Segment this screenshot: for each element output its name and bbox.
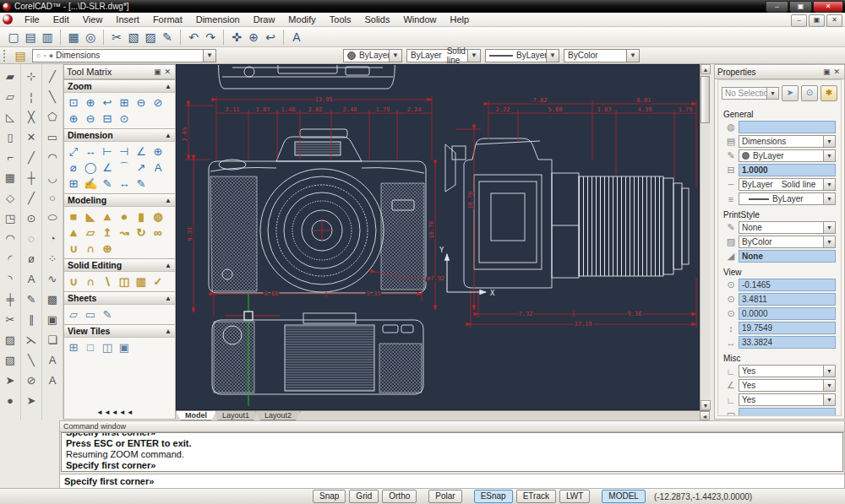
chevron-down-icon[interactable]: ▼	[823, 136, 835, 147]
command-input[interactable]: Specify first corner»	[60, 474, 844, 488]
collapse-icon[interactable]: ▲	[165, 197, 172, 204]
chevron-down-icon[interactable]: ▼	[203, 50, 215, 62]
dim-diameter-icon[interactable]: ⌀	[65, 160, 82, 176]
solid-extrude-icon[interactable]: ↥	[99, 225, 116, 241]
corner-arc-icon[interactable]: ◠	[1, 228, 19, 248]
panel-float-icon[interactable]: ▣	[821, 68, 832, 76]
layer-sheets-icon[interactable]: ▧	[1, 350, 19, 370]
scroll-up-icon[interactable]: ▲	[701, 64, 711, 74]
trim-scissors-icon[interactable]: ✂	[1, 309, 19, 329]
menu-solids[interactable]: Solids	[357, 14, 396, 25]
save-icon[interactable]: ▥	[39, 29, 56, 46]
point-segment-icon[interactable]: ¦	[22, 86, 41, 106]
open-file-icon[interactable]: ▤	[22, 29, 39, 46]
zoom-minus-icon[interactable]: ⊖	[82, 111, 99, 127]
solid-intersect-pair-icon[interactable]: ∩	[82, 241, 99, 257]
zoom-sheet-icon[interactable]: ⊟	[99, 111, 116, 127]
dim-edit-icon[interactable]: ✍	[82, 176, 99, 192]
toggle-etrack[interactable]: ETrack	[516, 490, 556, 503]
chevron-down-icon[interactable]: ▼	[823, 236, 835, 247]
solid-revolve-icon[interactable]: ↻	[133, 225, 150, 241]
view-name-field[interactable]	[739, 408, 836, 416]
menu-dimension[interactable]: Dimension	[189, 14, 247, 25]
dim-tolerance-icon[interactable]: ⊞	[65, 176, 82, 192]
solid-box-icon[interactable]: ■	[65, 209, 82, 225]
menu-format[interactable]: Format	[146, 14, 189, 25]
solid-torus-icon[interactable]: ◍	[150, 209, 166, 225]
offset-icon[interactable]: ⌐	[1, 147, 19, 167]
spline-icon[interactable]: ∿	[43, 268, 62, 289]
explode-icon[interactable]: ●	[1, 390, 19, 410]
dim-aligned-icon[interactable]: ⤢	[65, 144, 82, 160]
segment-icon[interactable]: ╲	[43, 86, 62, 106]
panel-overflow-arrows[interactable]: ◄◄◄◄◄	[96, 409, 134, 416]
close-button[interactable]: ✕	[813, 1, 843, 13]
chevron-down-icon[interactable]: ▼	[467, 50, 480, 62]
chevron-down-icon[interactable]: ▼	[823, 394, 835, 405]
line-color-combo-field[interactable]: ByLayer ▼	[739, 149, 836, 162]
section-zoom[interactable]: Zoom ▲	[64, 79, 175, 93]
move-reference-icon[interactable]: ◇	[1, 187, 19, 208]
toggle-ortho[interactable]: Ortho	[382, 490, 417, 503]
dim-angular-icon[interactable]: ∠	[99, 160, 116, 176]
menu-edit[interactable]: Edit	[46, 14, 76, 25]
hatch-icon[interactable]: ▩	[43, 289, 62, 309]
collapse-icon[interactable]: ▲	[165, 262, 172, 269]
circle-tangent-icon[interactable]: ø	[22, 248, 41, 268]
copy-entity-icon[interactable]: ▯	[1, 127, 19, 147]
text-simple-icon[interactable]: A	[43, 350, 62, 370]
text-format-icon[interactable]: A	[288, 29, 305, 46]
slice-icon[interactable]: ◫	[116, 274, 133, 290]
child-close-button[interactable]: ✕	[826, 14, 842, 27]
line-style-combo-field[interactable]: ByLayer Solid line ▼	[739, 178, 836, 191]
zoom-previous-icon[interactable]: ↩	[262, 29, 279, 46]
print-legend-field[interactable]: None	[739, 250, 836, 263]
sketch-icon[interactable]: ✎	[159, 29, 176, 46]
solid-union-pair-icon[interactable]: ∪	[65, 241, 82, 257]
section-icon[interactable]: ▥	[133, 274, 150, 290]
ucs-per-view-combo-field[interactable]: Yes ▼	[739, 393, 836, 406]
menu-view[interactable]: View	[76, 14, 110, 25]
zoom-back-icon[interactable]: ↩	[99, 95, 116, 111]
line-color-combo[interactable]: ByLayer ▼	[343, 49, 402, 62]
solid-sphere-icon[interactable]: ●	[116, 209, 133, 225]
rectangle-icon[interactable]: ▭	[43, 127, 62, 147]
text-insert-icon[interactable]: A	[22, 268, 41, 289]
child-minimize-button[interactable]: –	[791, 14, 807, 27]
circle-points-icon[interactable]: ◌	[22, 228, 41, 248]
tile-float-icon[interactable]: ▣	[116, 339, 133, 355]
undo-icon[interactable]: ↶	[185, 29, 202, 46]
solid-region-icon[interactable]: ⊕	[99, 241, 116, 257]
panel-close-icon[interactable]: ✕	[162, 68, 172, 76]
dim-leader-icon[interactable]: ↗	[133, 160, 150, 176]
layer-combo-field[interactable]: Dimensions ▼	[739, 135, 836, 148]
zoom-center-icon[interactable]: ⊙	[116, 111, 133, 127]
chevron-down-icon[interactable]: ▼	[389, 50, 401, 62]
point-single-icon[interactable]: ⊹	[22, 66, 41, 86]
break-at-point-icon[interactable]: ╳	[22, 106, 41, 127]
select-matching-button[interactable]: ➤	[782, 85, 799, 101]
dim-baseline-icon[interactable]: ⊢	[99, 144, 116, 160]
solid-interfere-icon[interactable]: ∞	[150, 225, 166, 241]
collapse-icon[interactable]: ▲	[165, 132, 172, 139]
dim-center-mark-icon[interactable]: ⊕	[150, 144, 166, 160]
point-cloud-icon[interactable]: ⁘	[43, 248, 62, 268]
toolbar-grip[interactable]	[3, 50, 8, 62]
chevron-down-icon[interactable]: ▼	[823, 150, 835, 161]
line-scale-field[interactable]: 1.0000	[739, 164, 836, 176]
dim-text-edit-icon[interactable]: ✎	[99, 176, 116, 192]
collapse-icon[interactable]: ▲	[165, 328, 172, 335]
new-file-icon[interactable]: ▢	[5, 29, 22, 46]
menu-modify[interactable]: Modify	[281, 14, 322, 25]
solid-loft-icon[interactable]: ▱	[82, 225, 99, 241]
command-window-title[interactable]: Command window	[60, 421, 844, 432]
scrollbar-thumb[interactable]	[701, 76, 710, 123]
panel-close-icon[interactable]: ✕	[831, 68, 842, 76]
print-preview-icon[interactable]: ◎	[82, 29, 99, 46]
redo-icon[interactable]: ↷	[202, 29, 219, 46]
section-dimension[interactable]: Dimension ▲	[64, 128, 175, 142]
polygon-icon[interactable]: ⬠	[43, 106, 62, 127]
model-viewport[interactable]: 13.95 2.11 1.87 1.48 2.02 2.48 1.79 2.24…	[176, 64, 700, 410]
toggle-polar[interactable]: Polar	[428, 490, 461, 503]
solid-cone-icon[interactable]: ▲	[99, 209, 116, 225]
